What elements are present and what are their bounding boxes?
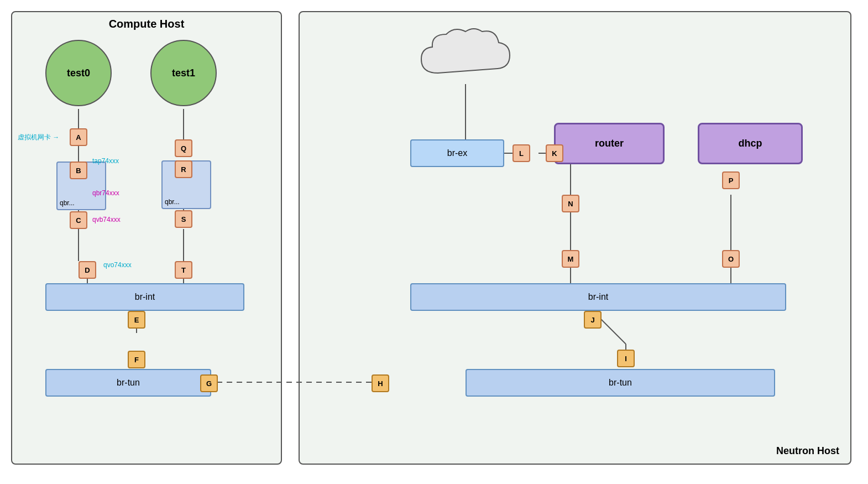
neutron-host-box: Neutron Host xyxy=(299,11,851,465)
node-T: T xyxy=(175,261,192,279)
node-F: F xyxy=(128,351,145,368)
br-ex-box: br-ex xyxy=(410,139,504,167)
node-G: G xyxy=(200,374,218,392)
node-D: D xyxy=(79,261,96,279)
node-S: S xyxy=(175,210,192,228)
br-tun-neutron: br-tun xyxy=(466,369,775,397)
label-qvb: qvb74xxx xyxy=(92,216,121,223)
br-int-compute: br-int xyxy=(45,283,244,311)
br-tun-compute: br-tun xyxy=(45,369,211,397)
compute-host-title: Compute Host xyxy=(12,12,281,33)
node-Q: Q xyxy=(175,139,192,157)
compute-host-box: Compute Host xyxy=(11,11,282,465)
node-M: M xyxy=(562,250,579,268)
node-K: K xyxy=(546,144,563,162)
cloud-icon xyxy=(416,23,515,86)
node-B: B xyxy=(70,162,87,179)
node-R: R xyxy=(175,160,192,178)
node-C: C xyxy=(70,211,87,229)
node-N: N xyxy=(562,195,579,212)
node-H: H xyxy=(372,374,389,392)
main-container: Compute Host xyxy=(0,0,868,484)
qbr-label-1: qbr... xyxy=(165,198,180,206)
label-tap: tap74xxx xyxy=(92,157,119,165)
node-E: E xyxy=(128,311,145,329)
node-L: L xyxy=(513,144,530,162)
label-vm-nic: 虚拟机网卡 → xyxy=(18,133,59,142)
node-I: I xyxy=(617,350,635,367)
br-int-neutron: br-int xyxy=(410,283,786,311)
node-O: O xyxy=(722,250,740,268)
router-box: router xyxy=(554,123,665,164)
dhcp-box: dhcp xyxy=(698,123,803,164)
neutron-host-title: Neutron Host xyxy=(776,445,839,457)
label-qbr: qbr74xxx xyxy=(92,189,119,197)
node-P: P xyxy=(722,171,740,189)
qbr-label-0: qbr... xyxy=(60,199,75,207)
label-qvo: qvo74xxx xyxy=(103,261,132,269)
node-J: J xyxy=(584,311,602,329)
vm-test0: test0 xyxy=(45,40,112,106)
vm-test1: test1 xyxy=(150,40,217,106)
node-A: A xyxy=(70,128,87,146)
